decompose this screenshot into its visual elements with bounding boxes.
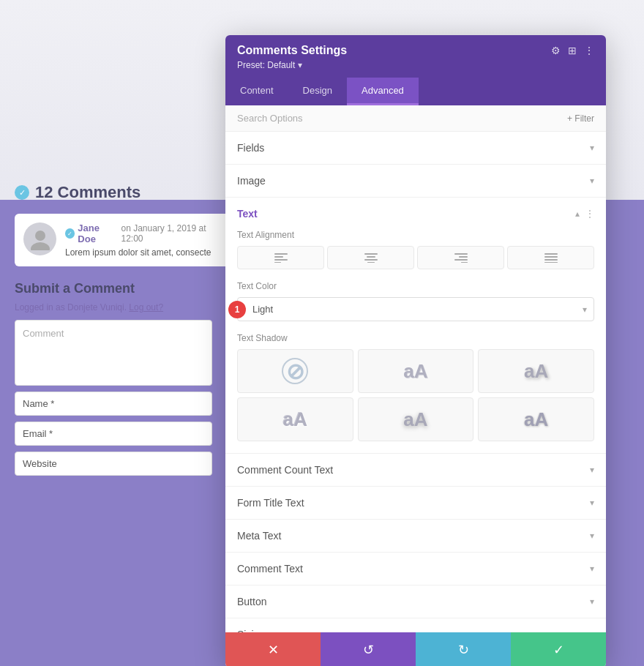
- submit-section: Submit a Comment Logged in as Donjete Vu…: [15, 281, 234, 476]
- svg-rect-16: [544, 259, 558, 261]
- svg-rect-12: [454, 259, 468, 261]
- section-fields[interactable]: Fields ▾: [225, 132, 606, 165]
- email-field[interactable]: Email *: [15, 422, 212, 446]
- shadow-label: Text Shadow: [237, 333, 594, 343]
- shadow-3-button[interactable]: aA: [237, 397, 353, 441]
- chevron-down-icon: ▾: [590, 176, 594, 186]
- comment-text: Lorem ipsum dolor sit amet, consecte: [65, 247, 225, 258]
- filter-button[interactable]: + Filter: [567, 113, 594, 124]
- section-image[interactable]: Image ▾: [225, 165, 606, 198]
- chevron-down-icon: ▾: [590, 143, 594, 153]
- chevron-up-icon: ▴: [575, 209, 580, 219]
- svg-point-1: [31, 242, 50, 250]
- svg-rect-4: [274, 259, 288, 261]
- search-placeholder[interactable]: Search Options: [237, 113, 303, 124]
- section-form-title-text[interactable]: Form Title Text ▾: [225, 487, 606, 520]
- panel-preset[interactable]: Preset: Default ▾: [237, 60, 594, 70]
- log-out-link[interactable]: Log out?: [129, 302, 163, 313]
- logged-in-text: Logged in as Donjete Vuniqi. Log out?: [15, 302, 234, 313]
- shadow-4-button[interactable]: aA: [358, 397, 474, 441]
- tab-advanced[interactable]: Advanced: [347, 78, 419, 105]
- chevron-down-icon: ▾: [590, 596, 594, 607]
- text-section-header[interactable]: Text ▴ ⋮: [225, 198, 606, 230]
- svg-rect-14: [544, 253, 558, 255]
- shadow-1-button[interactable]: aA: [358, 349, 474, 393]
- svg-rect-5: [274, 262, 281, 263]
- section-comment-text[interactable]: Comment Text ▾: [225, 553, 606, 585]
- comments-header: ✓ 12 Comments: [15, 183, 234, 202]
- svg-rect-8: [364, 259, 378, 261]
- svg-rect-6: [364, 253, 378, 255]
- fields-label: Fields: [237, 142, 264, 154]
- svg-rect-9: [367, 262, 375, 263]
- svg-rect-17: [544, 262, 558, 263]
- section-comment-count-text[interactable]: Comment Count Text ▾: [225, 454, 606, 487]
- form-title-text-label: Form Title Text: [237, 497, 304, 509]
- section-button[interactable]: Button ▾: [225, 585, 606, 618]
- meta-text-label: Meta Text: [237, 530, 281, 542]
- check-icon: ✓: [15, 185, 29, 200]
- settings-panel: Comments Settings ⚙ ⊞ ⋮ Preset: Default …: [225, 35, 606, 666]
- author-name: Jane Doe: [78, 222, 118, 244]
- comment-count-text-label: Comment Count Text: [237, 464, 333, 476]
- alignment-label: Text Alignment: [237, 230, 594, 240]
- name-field[interactable]: Name *: [15, 392, 212, 416]
- more-icon[interactable]: ⋮: [584, 45, 594, 56]
- alignment-row: [237, 246, 594, 269]
- button-label: Button: [237, 596, 266, 607]
- svg-rect-11: [459, 256, 468, 258]
- svg-rect-10: [454, 253, 468, 255]
- avatar: [23, 222, 56, 255]
- text-section-icons: ▴ ⋮: [575, 209, 594, 219]
- panel-title: Comments Settings: [237, 44, 347, 57]
- panel-header-top: Comments Settings ⚙ ⊞ ⋮: [237, 44, 594, 57]
- comment-text-label: Comment Text: [237, 563, 303, 575]
- shadow-none-button[interactable]: ⊘: [237, 349, 353, 393]
- shadow-grid: ⊘ aA aA aA aA aA: [237, 349, 594, 441]
- comment-date: on January 1, 2019 at 12:00: [121, 223, 225, 244]
- submit-title: Submit a Comment: [15, 281, 234, 296]
- cancel-button[interactable]: ✕: [225, 632, 321, 666]
- tab-content[interactable]: Content: [225, 78, 288, 105]
- panel-tabs: Content Design Advanced: [225, 78, 606, 105]
- svg-rect-3: [274, 256, 283, 258]
- page-background-content: ✓ 12 Comments ✓ Jane Doe on January 1, 2…: [15, 183, 234, 482]
- layout-icon[interactable]: ⊞: [568, 45, 577, 56]
- section-text: Text ▴ ⋮ Text Alignment: [225, 198, 606, 454]
- panel-body: Search Options + Filter Fields ▾ Image ▾…: [225, 105, 606, 632]
- text-section-title: Text: [237, 208, 258, 220]
- chevron-down-icon: ▾: [590, 531, 594, 541]
- svg-rect-15: [544, 256, 558, 258]
- tab-design[interactable]: Design: [288, 78, 347, 105]
- svg-rect-7: [367, 256, 375, 258]
- reset-button[interactable]: ↺: [321, 632, 416, 666]
- align-right-button[interactable]: [417, 246, 504, 269]
- shadow-5-button[interactable]: aA: [478, 397, 594, 441]
- color-select-wrapper: 1 Light Dark ▾: [237, 297, 594, 321]
- svg-rect-13: [461, 262, 468, 263]
- comment-box[interactable]: Comment: [15, 320, 212, 386]
- section-sizing[interactable]: Sizing ▾: [225, 618, 606, 632]
- save-button[interactable]: ✓: [511, 632, 606, 666]
- svg-rect-2: [274, 253, 288, 255]
- chevron-down-icon: ▾: [590, 498, 594, 508]
- section-meta-text[interactable]: Meta Text ▾: [225, 520, 606, 553]
- search-bar: Search Options + Filter: [225, 105, 606, 132]
- comment-meta: ✓ Jane Doe on January 1, 2019 at 12:00 L…: [65, 222, 225, 258]
- color-row: 1 Light Dark ▾: [237, 297, 594, 321]
- redo-button[interactable]: ↻: [416, 632, 511, 666]
- comment-item: ✓ Jane Doe on January 1, 2019 at 12:00 L…: [15, 214, 234, 266]
- more-options-icon[interactable]: ⋮: [585, 209, 594, 219]
- chevron-down-icon: ▾: [590, 564, 594, 574]
- website-field[interactable]: Website: [15, 452, 212, 476]
- chevron-down-icon: ▾: [590, 465, 594, 475]
- bottom-bar: ✕ ↺ ↻ ✓: [225, 632, 606, 666]
- align-left-button[interactable]: [237, 246, 324, 269]
- svg-point-0: [35, 231, 45, 241]
- image-label: Image: [237, 175, 266, 187]
- align-center-button[interactable]: [327, 246, 414, 269]
- settings-icon[interactable]: ⚙: [551, 45, 561, 56]
- shadow-2-button[interactable]: aA: [478, 349, 594, 393]
- color-select[interactable]: Light Dark: [237, 297, 594, 321]
- align-justify-button[interactable]: [507, 246, 594, 269]
